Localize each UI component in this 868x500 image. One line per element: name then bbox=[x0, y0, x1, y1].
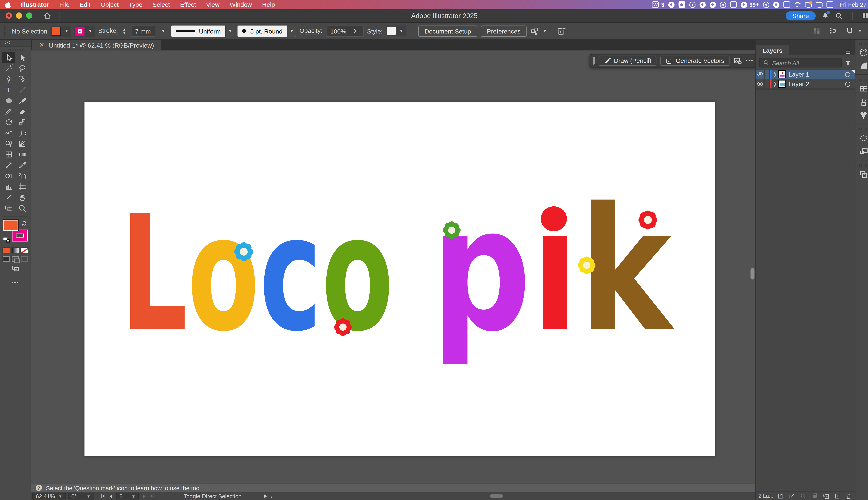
strip-grip[interactable] bbox=[857, 42, 868, 45]
style-swatch[interactable] bbox=[387, 26, 396, 35]
close-window-button[interactable] bbox=[6, 12, 12, 19]
pages-icon[interactable] bbox=[811, 492, 818, 499]
shape-builder-tool[interactable] bbox=[2, 138, 15, 149]
minimize-window-button[interactable] bbox=[16, 12, 22, 19]
lock-column[interactable] bbox=[765, 79, 770, 88]
opacity-field[interactable]: 100% ❯ bbox=[326, 25, 364, 36]
style-dropdown[interactable]: ▼ bbox=[386, 25, 406, 36]
layer-thumbnail[interactable] bbox=[778, 80, 786, 88]
stroke-swatch[interactable] bbox=[76, 26, 84, 35]
search-icon[interactable] bbox=[835, 12, 843, 20]
print-tiling-tool[interactable] bbox=[2, 203, 15, 214]
chevron-down-icon[interactable]: ▼ bbox=[540, 28, 549, 33]
edit-toolbar-button[interactable]: ••• bbox=[0, 280, 31, 286]
contacts-icon[interactable] bbox=[763, 1, 769, 8]
symbol-sprayer-tool[interactable] bbox=[15, 171, 29, 181]
ellipse-tool[interactable] bbox=[2, 95, 15, 106]
snap-options-icon[interactable] bbox=[829, 26, 837, 35]
wifi-icon[interactable] bbox=[794, 2, 801, 7]
phone-icon[interactable] bbox=[730, 1, 737, 8]
slice-tool[interactable] bbox=[2, 192, 15, 203]
fill-color-swatch[interactable] bbox=[3, 220, 18, 231]
new-layer-icon[interactable] bbox=[834, 492, 841, 499]
image-plus-icon[interactable] bbox=[733, 56, 742, 65]
magnet-icon[interactable]: ▼ bbox=[845, 26, 865, 35]
task-bar-grip[interactable] bbox=[593, 57, 595, 65]
draw-normal-button[interactable] bbox=[2, 256, 10, 262]
fill-color-control[interactable]: ▼ bbox=[51, 25, 71, 36]
artboards-panel-icon[interactable] bbox=[856, 168, 868, 181]
strip-grip[interactable] bbox=[857, 78, 868, 82]
fill-swatch[interactable] bbox=[52, 26, 61, 35]
question-mark-icon[interactable]: ? bbox=[36, 485, 42, 491]
strip-grip[interactable] bbox=[857, 164, 868, 167]
menu-view[interactable]: View bbox=[201, 1, 225, 8]
shaper-tool[interactable] bbox=[2, 106, 15, 117]
panel-grip[interactable] bbox=[3, 25, 6, 37]
menu-file[interactable]: File bbox=[54, 1, 75, 8]
measure-tool[interactable] bbox=[2, 160, 15, 171]
lock-column[interactable] bbox=[765, 70, 770, 79]
expand-chevron-icon[interactable]: ❯ bbox=[772, 81, 778, 87]
transparency-panel-icon[interactable] bbox=[856, 132, 868, 145]
zoom-level-dropdown[interactable]: 62.41% ▼ bbox=[32, 493, 66, 499]
layer-target-circle[interactable] bbox=[845, 72, 850, 77]
chevron-down-icon[interactable]: ▼ bbox=[62, 28, 71, 33]
filter-icon[interactable] bbox=[845, 59, 851, 66]
type-tool[interactable]: T bbox=[2, 84, 15, 95]
layer-name[interactable]: Layer 2 bbox=[788, 81, 845, 87]
doubao-icon[interactable] bbox=[678, 1, 685, 8]
pen-tool[interactable] bbox=[2, 73, 15, 84]
chevron-down-icon[interactable]: ▼ bbox=[397, 28, 406, 33]
expand-chevron-icon[interactable]: ❯ bbox=[772, 71, 778, 77]
brushes-panel-icon[interactable] bbox=[856, 95, 868, 108]
clipping-mask-icon[interactable] bbox=[777, 492, 784, 499]
line-segment-tool[interactable] bbox=[15, 84, 29, 95]
strip-grip[interactable] bbox=[857, 128, 868, 131]
default-fill-stroke-icon[interactable] bbox=[3, 237, 10, 243]
menu-help[interactable]: Help bbox=[257, 1, 280, 8]
layer-row-layer-1[interactable]: ❯Layer 1 bbox=[756, 70, 855, 80]
new-sublayer-icon[interactable] bbox=[823, 492, 829, 499]
bell-icon[interactable] bbox=[821, 12, 829, 20]
horizontal-scrollbar[interactable] bbox=[490, 494, 503, 498]
chevron-left-icon[interactable]: ‹ bbox=[271, 493, 272, 499]
gradient-tool[interactable] bbox=[15, 149, 29, 160]
chevron-down-icon[interactable]: ▼ bbox=[86, 28, 95, 33]
visibility-eye-icon[interactable] bbox=[756, 70, 765, 79]
column-graph-tool[interactable] bbox=[2, 181, 15, 192]
draw-behind-button[interactable] bbox=[11, 256, 19, 262]
grid-snap-icon[interactable] bbox=[812, 26, 821, 35]
sidecar-icon[interactable] bbox=[805, 2, 812, 7]
last-artboard-icon[interactable] bbox=[150, 493, 156, 499]
menu-illustrator[interactable]: Illustrator bbox=[15, 1, 54, 8]
chevron-right-icon[interactable]: ❯ bbox=[351, 28, 359, 33]
upload-circle-icon[interactable] bbox=[689, 1, 696, 8]
check-icon[interactable] bbox=[669, 1, 675, 8]
loco-pik-artwork[interactable]: Locopık bbox=[84, 102, 715, 456]
workspace-icon[interactable] bbox=[861, 12, 868, 20]
color-button[interactable] bbox=[2, 247, 10, 253]
wechat-icon[interactable] bbox=[741, 1, 747, 8]
stroke-color-control[interactable]: ▼ bbox=[75, 25, 95, 36]
zoom-tool[interactable] bbox=[15, 203, 29, 214]
width-profile-dropdown[interactable]: Uniform ▼ bbox=[171, 25, 235, 36]
links-panel-icon[interactable] bbox=[856, 145, 868, 158]
magic-wand-tool[interactable] bbox=[2, 63, 15, 73]
document-setup-button[interactable]: Document Setup bbox=[418, 25, 477, 36]
delete-icon[interactable] bbox=[845, 492, 852, 499]
vertical-scrollbar[interactable] bbox=[751, 268, 754, 279]
lasso-tool[interactable] bbox=[15, 63, 29, 73]
display-icon[interactable] bbox=[816, 2, 823, 7]
curvature-tool[interactable] bbox=[15, 73, 29, 84]
brush-definition-dropdown[interactable]: 5 pt. Round ▼ bbox=[238, 25, 296, 36]
eraser-tool[interactable] bbox=[15, 106, 29, 117]
gradient-button[interactable] bbox=[11, 247, 19, 253]
stroke-weight-value[interactable]: 7 mm bbox=[135, 27, 151, 34]
perspective-grid-tool[interactable] bbox=[15, 138, 29, 149]
home-icon[interactable] bbox=[43, 11, 52, 20]
menu-edit[interactable]: Edit bbox=[75, 1, 95, 8]
stroke-color-swatch[interactable] bbox=[12, 230, 27, 241]
opacity-label[interactable]: Opacity: bbox=[299, 27, 322, 35]
first-artboard-icon[interactable] bbox=[100, 493, 105, 499]
